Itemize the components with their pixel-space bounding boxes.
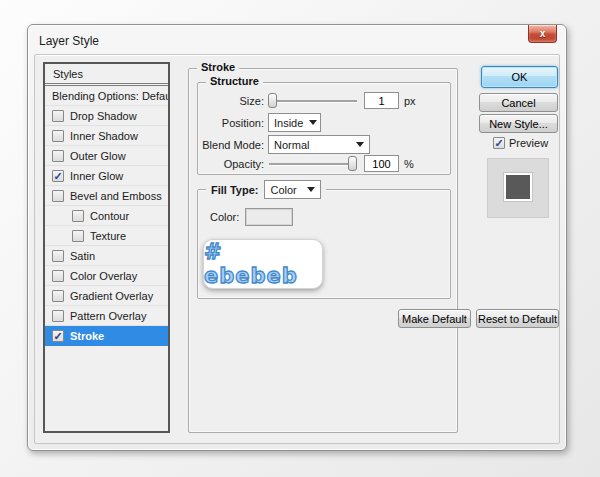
- style-checkbox[interactable]: [52, 290, 64, 302]
- position-row: Position: Inside: [198, 113, 450, 132]
- fill-type-value: Color: [270, 184, 296, 196]
- opacity-unit: %: [404, 158, 414, 170]
- style-checkbox[interactable]: ✓: [52, 330, 64, 342]
- size-slider[interactable]: [268, 93, 358, 109]
- cancel-button[interactable]: Cancel: [479, 93, 558, 112]
- style-preview-thumbnail: [487, 158, 549, 218]
- fill-type-label: Fill Type:: [211, 184, 258, 196]
- sidebar-item-stroke[interactable]: ✓ Stroke: [45, 326, 168, 346]
- sidebar-item-texture[interactable]: Texture: [45, 226, 168, 246]
- style-label: Color Overlay: [70, 270, 137, 282]
- position-label: Position:: [198, 117, 264, 129]
- hex-value-text: # ebebeb: [204, 240, 322, 288]
- style-checkbox[interactable]: [52, 270, 64, 282]
- make-default-button[interactable]: Make Default: [398, 309, 471, 328]
- style-checkbox[interactable]: [52, 130, 64, 142]
- sidebar-item-contour[interactable]: Contour: [45, 206, 168, 226]
- styles-header: Styles: [45, 64, 168, 86]
- size-slider-track: [269, 100, 357, 102]
- size-label: Size:: [198, 95, 264, 107]
- dialog-content: Styles Blending Options: Default Drop Sh…: [34, 54, 560, 444]
- style-checkbox[interactable]: [52, 110, 64, 122]
- opacity-input[interactable]: [364, 155, 399, 172]
- sidebar-item-satin[interactable]: Satin: [45, 246, 168, 266]
- style-checkbox[interactable]: [52, 250, 64, 262]
- style-label: Satin: [70, 250, 95, 262]
- style-label: Stroke: [70, 330, 104, 342]
- opacity-slider-thumb[interactable]: [348, 156, 357, 171]
- style-checkbox[interactable]: [72, 230, 84, 242]
- sidebar-item-drop-shadow[interactable]: Drop Shadow: [45, 106, 168, 126]
- chevron-down-icon: [309, 120, 317, 125]
- style-checkbox[interactable]: ✓: [52, 170, 64, 182]
- size-slider-thumb[interactable]: [268, 93, 277, 108]
- sidebar-item-inner-glow[interactable]: ✓ Inner Glow: [45, 166, 168, 186]
- chevron-down-icon: [356, 142, 364, 147]
- layer-style-dialog: Layer Style x Styles Blending Options: D…: [27, 24, 567, 451]
- blend-mode-dropdown[interactable]: Normal: [268, 135, 370, 154]
- stroke-color-swatch[interactable]: [245, 208, 293, 226]
- opacity-slider-track: [269, 163, 357, 165]
- color-label: Color:: [210, 211, 239, 223]
- title-bar[interactable]: Layer Style x: [28, 25, 566, 55]
- sidebar-item-bevel-and-emboss[interactable]: Bevel and Emboss: [45, 186, 168, 206]
- close-button[interactable]: x: [528, 25, 557, 43]
- style-label: Outer Glow: [70, 150, 126, 162]
- sidebar-item-color-overlay[interactable]: Color Overlay: [45, 266, 168, 286]
- blend-mode-row: Blend Mode: Normal: [198, 135, 450, 154]
- style-checkbox[interactable]: [52, 190, 64, 202]
- position-value: Inside: [274, 117, 303, 129]
- opacity-row: Opacity: %: [198, 155, 450, 172]
- style-label: Inner Shadow: [70, 130, 138, 142]
- chevron-down-icon: [307, 187, 315, 192]
- style-label: Inner Glow: [70, 170, 123, 182]
- sidebar-item-gradient-overlay[interactable]: Gradient Overlay: [45, 286, 168, 306]
- reset-to-default-button[interactable]: Reset to Default: [476, 309, 559, 328]
- style-checkbox[interactable]: [52, 310, 64, 322]
- blend-mode-label: Blend Mode:: [198, 139, 264, 151]
- structure-group-title: Structure: [206, 75, 263, 87]
- style-label: Gradient Overlay: [70, 290, 153, 302]
- sidebar-item-blending-options[interactable]: Blending Options: Default: [45, 86, 168, 106]
- stroke-panel: Stroke Structure Size: px Position:: [188, 68, 458, 433]
- styles-list: Drop Shadow Inner Shadow Outer Glow ✓ In…: [45, 106, 168, 346]
- style-label: Contour: [90, 210, 129, 222]
- blending-options-label: Blending Options: Default: [52, 90, 170, 102]
- dialog-title: Layer Style: [39, 34, 99, 48]
- structure-group: Structure Size: px Position: Inside: [197, 82, 451, 175]
- position-dropdown[interactable]: Inside: [268, 113, 321, 132]
- style-preview-inner-square: [504, 173, 532, 201]
- style-label: Drop Shadow: [70, 110, 137, 122]
- preview-checkbox[interactable]: ✓: [493, 137, 505, 149]
- color-row: Color:: [210, 208, 293, 226]
- style-label: Texture: [90, 230, 126, 242]
- preview-label: Preview: [509, 137, 548, 149]
- style-label: Pattern Overlay: [70, 310, 146, 322]
- sidebar-item-outer-glow[interactable]: Outer Glow: [45, 146, 168, 166]
- size-input[interactable]: [364, 92, 399, 109]
- stroke-panel-title: Stroke: [197, 61, 239, 73]
- opacity-label: Opacity:: [198, 158, 264, 170]
- style-checkbox[interactable]: [52, 150, 64, 162]
- sidebar-item-pattern-overlay[interactable]: Pattern Overlay: [45, 306, 168, 326]
- ok-button[interactable]: OK: [481, 66, 558, 88]
- size-unit: px: [404, 95, 416, 107]
- opacity-slider[interactable]: [268, 156, 358, 172]
- sidebar-item-inner-shadow[interactable]: Inner Shadow: [45, 126, 168, 146]
- hex-value-badge: # ebebeb: [203, 239, 323, 289]
- styles-listbox: Styles Blending Options: Default Drop Sh…: [43, 62, 170, 433]
- fill-type-legend: Fill Type: Color: [206, 180, 326, 199]
- fill-type-dropdown[interactable]: Color: [264, 180, 321, 199]
- style-checkbox[interactable]: [72, 210, 84, 222]
- blend-mode-value: Normal: [274, 139, 309, 151]
- close-icon: x: [540, 28, 546, 39]
- preview-option: ✓ Preview: [493, 137, 548, 149]
- size-row: Size: px: [198, 92, 450, 109]
- fill-type-group: Fill Type: Color Color: # ebebeb: [197, 189, 451, 299]
- new-style-button[interactable]: New Style...: [479, 114, 558, 133]
- style-label: Bevel and Emboss: [70, 190, 162, 202]
